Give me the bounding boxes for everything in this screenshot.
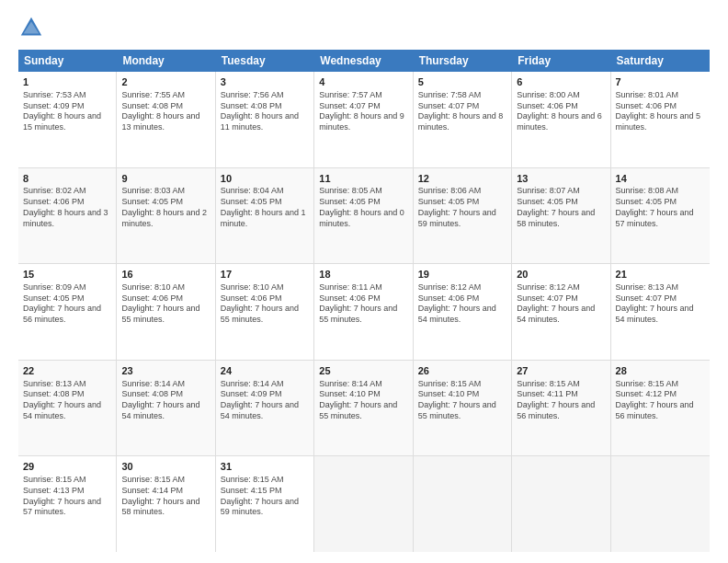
calendar-cell: 14Sunrise: 8:08 AMSunset: 4:05 PMDayligh… [611,168,710,264]
week-row-1: 1Sunrise: 7:53 AMSunset: 4:09 PMDaylight… [18,72,710,168]
calendar-cell: 15Sunrise: 8:09 AMSunset: 4:05 PMDayligh… [18,264,117,360]
day-info: Sunrise: 8:14 AMSunset: 4:08 PMDaylight:… [121,379,210,422]
calendar-cell [314,456,413,552]
calendar-cell: 27Sunrise: 8:15 AMSunset: 4:11 PMDayligh… [512,361,610,456]
logo [18,15,48,40]
day-number: 3 [221,75,309,89]
calendar-cell: 28Sunrise: 8:15 AMSunset: 4:12 PMDayligh… [611,361,710,456]
day-info: Sunrise: 8:15 AMSunset: 4:13 PMDaylight:… [23,475,111,518]
calendar-cell: 20Sunrise: 8:12 AMSunset: 4:07 PMDayligh… [512,264,610,360]
day-info: Sunrise: 7:57 AMSunset: 4:07 PMDaylight:… [319,90,407,133]
day-number: 15 [23,268,111,282]
header-day-wednesday: Wednesday [314,50,413,72]
day-info: Sunrise: 7:53 AMSunset: 4:09 PMDaylight:… [23,90,111,133]
day-info: Sunrise: 8:04 AMSunset: 4:05 PMDaylight:… [221,186,309,229]
day-info: Sunrise: 8:08 AMSunset: 4:05 PMDaylight:… [616,186,705,229]
day-info: Sunrise: 8:13 AMSunset: 4:08 PMDaylight:… [23,379,111,422]
header-day-monday: Monday [117,50,215,72]
day-number: 4 [319,75,407,89]
day-number: 8 [23,172,111,186]
calendar-cell: 26Sunrise: 8:15 AMSunset: 4:10 PMDayligh… [414,361,512,456]
calendar-cell: 12Sunrise: 8:06 AMSunset: 4:05 PMDayligh… [414,168,512,264]
calendar: SundayMondayTuesdayWednesdayThursdayFrid… [18,50,710,552]
calendar-cell: 17Sunrise: 8:10 AMSunset: 4:06 PMDayligh… [216,264,314,360]
calendar-cell: 9Sunrise: 8:03 AMSunset: 4:05 PMDaylight… [117,168,215,264]
day-info: Sunrise: 7:55 AMSunset: 4:08 PMDaylight:… [121,90,210,133]
day-number: 27 [517,364,605,378]
day-info: Sunrise: 8:12 AMSunset: 4:07 PMDaylight:… [517,282,605,326]
day-info: Sunrise: 8:10 AMSunset: 4:06 PMDaylight:… [221,282,309,326]
day-info: Sunrise: 8:09 AMSunset: 4:05 PMDaylight:… [23,282,111,326]
page: SundayMondayTuesdayWednesdayThursdayFrid… [0,0,728,563]
day-info: Sunrise: 8:14 AMSunset: 4:10 PMDaylight:… [319,379,407,422]
calendar-cell: 1Sunrise: 7:53 AMSunset: 4:09 PMDaylight… [18,72,117,167]
calendar-cell: 4Sunrise: 7:57 AMSunset: 4:07 PMDaylight… [314,72,413,167]
calendar-cell: 2Sunrise: 7:55 AMSunset: 4:08 PMDaylight… [117,72,215,167]
day-number: 9 [121,172,210,186]
logo-icon [18,15,44,40]
calendar-cell [512,456,610,552]
day-number: 13 [517,172,605,186]
day-info: Sunrise: 8:15 AMSunset: 4:11 PMDaylight:… [517,379,605,422]
calendar-cell: 22Sunrise: 8:13 AMSunset: 4:08 PMDayligh… [18,361,117,456]
calendar-cell: 30Sunrise: 8:15 AMSunset: 4:14 PMDayligh… [117,456,215,552]
calendar-cell: 21Sunrise: 8:13 AMSunset: 4:07 PMDayligh… [611,264,710,360]
calendar-cell: 5Sunrise: 7:58 AMSunset: 4:07 PMDaylight… [414,72,512,167]
day-info: Sunrise: 8:05 AMSunset: 4:05 PMDaylight:… [319,186,407,229]
calendar-cell: 6Sunrise: 8:00 AMSunset: 4:06 PMDaylight… [512,72,610,167]
day-info: Sunrise: 8:10 AMSunset: 4:06 PMDaylight:… [121,282,210,326]
day-number: 26 [418,364,506,378]
calendar-cell: 18Sunrise: 8:11 AMSunset: 4:06 PMDayligh… [314,264,413,360]
day-number: 14 [616,172,705,186]
day-number: 1 [23,75,111,89]
calendar-cell: 29Sunrise: 8:15 AMSunset: 4:13 PMDayligh… [18,456,117,552]
day-info: Sunrise: 7:58 AMSunset: 4:07 PMDaylight:… [418,90,506,133]
calendar-body: 1Sunrise: 7:53 AMSunset: 4:09 PMDaylight… [18,72,710,552]
day-info: Sunrise: 8:15 AMSunset: 4:14 PMDaylight:… [121,475,210,518]
day-number: 20 [517,268,605,282]
calendar-cell [611,456,710,552]
calendar-header: SundayMondayTuesdayWednesdayThursdayFrid… [18,50,710,72]
day-number: 17 [221,268,309,282]
header-day-friday: Friday [512,50,610,72]
header-day-thursday: Thursday [414,50,512,72]
day-number: 18 [319,268,407,282]
day-number: 19 [418,268,506,282]
day-number: 6 [517,75,605,89]
header-day-saturday: Saturday [611,50,710,72]
day-info: Sunrise: 8:14 AMSunset: 4:09 PMDaylight:… [221,379,309,422]
day-info: Sunrise: 8:07 AMSunset: 4:05 PMDaylight:… [517,186,605,229]
day-number: 5 [418,75,506,89]
day-number: 2 [121,75,210,89]
week-row-3: 15Sunrise: 8:09 AMSunset: 4:05 PMDayligh… [18,264,710,361]
day-number: 28 [616,364,705,378]
day-number: 30 [121,460,210,474]
day-number: 29 [23,460,111,474]
calendar-cell: 25Sunrise: 8:14 AMSunset: 4:10 PMDayligh… [314,361,413,456]
day-number: 31 [221,460,309,474]
day-info: Sunrise: 7:56 AMSunset: 4:08 PMDaylight:… [221,90,309,133]
calendar-cell: 11Sunrise: 8:05 AMSunset: 4:05 PMDayligh… [314,168,413,264]
calendar-cell: 19Sunrise: 8:12 AMSunset: 4:06 PMDayligh… [414,264,512,360]
day-info: Sunrise: 8:11 AMSunset: 4:06 PMDaylight:… [319,282,407,326]
day-info: Sunrise: 8:12 AMSunset: 4:06 PMDaylight:… [418,282,506,326]
day-number: 23 [121,364,210,378]
day-info: Sunrise: 8:03 AMSunset: 4:05 PMDaylight:… [121,186,210,229]
calendar-cell: 13Sunrise: 8:07 AMSunset: 4:05 PMDayligh… [512,168,610,264]
calendar-cell: 3Sunrise: 7:56 AMSunset: 4:08 PMDaylight… [216,72,314,167]
day-number: 25 [319,364,407,378]
day-number: 16 [121,268,210,282]
header-day-sunday: Sunday [18,50,117,72]
header [18,15,710,40]
day-info: Sunrise: 8:01 AMSunset: 4:06 PMDaylight:… [616,90,705,133]
calendar-cell: 24Sunrise: 8:14 AMSunset: 4:09 PMDayligh… [216,361,314,456]
calendar-cell [414,456,512,552]
day-number: 11 [319,172,407,186]
week-row-5: 29Sunrise: 8:15 AMSunset: 4:13 PMDayligh… [18,456,710,552]
day-info: Sunrise: 8:15 AMSunset: 4:12 PMDaylight:… [616,379,705,422]
calendar-cell: 7Sunrise: 8:01 AMSunset: 4:06 PMDaylight… [611,72,710,167]
day-number: 24 [221,364,309,378]
day-info: Sunrise: 8:00 AMSunset: 4:06 PMDaylight:… [517,90,605,133]
day-info: Sunrise: 8:06 AMSunset: 4:05 PMDaylight:… [418,186,506,229]
day-number: 22 [23,364,111,378]
